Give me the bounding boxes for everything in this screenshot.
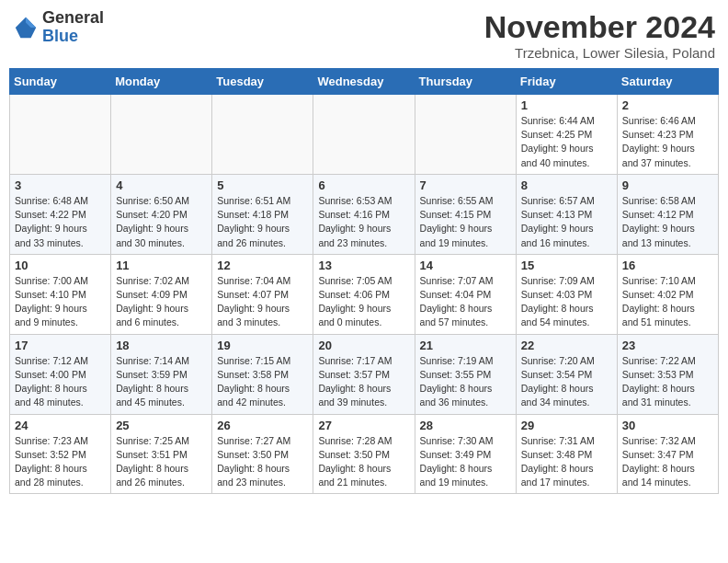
day-number: 30: [622, 419, 713, 432]
calendar-day-cell: [111, 95, 212, 175]
calendar-day-cell: 8Sunrise: 6:57 AMSunset: 4:13 PMDaylight…: [516, 174, 617, 254]
day-info: Sunrise: 7:19 AMSunset: 3:55 PMDaylight:…: [420, 354, 511, 410]
logo-icon: [13, 15, 39, 40]
logo: General Blue: [13, 9, 104, 46]
day-number: 25: [116, 419, 207, 432]
calendar-week-row: 1Sunrise: 6:44 AMSunset: 4:25 PMDaylight…: [10, 95, 719, 175]
day-number: 18: [116, 339, 207, 352]
day-number: 7: [420, 178, 511, 192]
calendar-day-cell: 23Sunrise: 7:22 AMSunset: 3:53 PMDayligh…: [617, 334, 718, 414]
calendar-week-row: 10Sunrise: 7:00 AMSunset: 4:10 PMDayligh…: [10, 254, 719, 334]
day-number: 19: [217, 339, 308, 352]
day-number: 21: [420, 339, 511, 352]
calendar-body: 1Sunrise: 6:44 AMSunset: 4:25 PMDaylight…: [10, 95, 719, 494]
calendar-day-cell: 9Sunrise: 6:58 AMSunset: 4:12 PMDaylight…: [617, 174, 718, 254]
day-number: 23: [622, 339, 713, 352]
calendar-day-cell: 17Sunrise: 7:12 AMSunset: 4:00 PMDayligh…: [10, 334, 111, 414]
day-info: Sunrise: 7:14 AMSunset: 3:59 PMDaylight:…: [116, 354, 207, 410]
calendar-day-cell: 2Sunrise: 6:46 AMSunset: 4:23 PMDaylight…: [617, 95, 718, 175]
day-number: 28: [420, 419, 511, 432]
day-info: Sunrise: 7:30 AMSunset: 3:49 PMDaylight:…: [420, 434, 511, 490]
day-info: Sunrise: 6:44 AMSunset: 4:25 PMDaylight:…: [521, 114, 612, 170]
calendar-day-cell: 27Sunrise: 7:28 AMSunset: 3:50 PMDayligh…: [313, 414, 415, 494]
day-info: Sunrise: 7:10 AMSunset: 4:02 PMDaylight:…: [622, 274, 713, 330]
day-number: 24: [15, 419, 106, 432]
calendar-header-row: SundayMondayTuesdayWednesdayThursdayFrid…: [10, 69, 719, 95]
calendar-day-cell: 18Sunrise: 7:14 AMSunset: 3:59 PMDayligh…: [111, 334, 212, 414]
calendar-week-row: 3Sunrise: 6:48 AMSunset: 4:22 PMDaylight…: [10, 174, 719, 254]
calendar-day-cell: 24Sunrise: 7:23 AMSunset: 3:52 PMDayligh…: [10, 414, 111, 494]
day-number: 6: [318, 178, 409, 192]
day-info: Sunrise: 7:28 AMSunset: 3:50 PMDaylight:…: [318, 434, 409, 490]
day-info: Sunrise: 6:58 AMSunset: 4:12 PMDaylight:…: [622, 194, 713, 250]
calendar-day-cell: 19Sunrise: 7:15 AMSunset: 3:58 PMDayligh…: [212, 334, 313, 414]
day-number: 17: [15, 339, 106, 352]
calendar-day-cell: 7Sunrise: 6:55 AMSunset: 4:15 PMDaylight…: [415, 174, 516, 254]
day-number: 3: [15, 178, 106, 192]
calendar-day-cell: [415, 95, 516, 175]
day-info: Sunrise: 7:17 AMSunset: 3:57 PMDaylight:…: [318, 354, 409, 410]
day-number: 27: [318, 419, 409, 432]
calendar-day-cell: 10Sunrise: 7:00 AMSunset: 4:10 PMDayligh…: [10, 254, 111, 334]
day-info: Sunrise: 6:55 AMSunset: 4:15 PMDaylight:…: [420, 194, 511, 250]
day-info: Sunrise: 7:09 AMSunset: 4:03 PMDaylight:…: [521, 274, 612, 330]
day-number: 5: [217, 178, 308, 192]
calendar-day-cell: [313, 95, 415, 175]
day-number: 26: [217, 419, 308, 432]
calendar-table: SundayMondayTuesdayWednesdayThursdayFrid…: [9, 68, 719, 494]
calendar-day-cell: 16Sunrise: 7:10 AMSunset: 4:02 PMDayligh…: [617, 254, 718, 334]
page-header: General Blue November 2024 Trzebnica, Lo…: [9, 9, 719, 61]
calendar-day-cell: 21Sunrise: 7:19 AMSunset: 3:55 PMDayligh…: [415, 334, 516, 414]
calendar-day-cell: 20Sunrise: 7:17 AMSunset: 3:57 PMDayligh…: [313, 334, 415, 414]
calendar-day-header: Friday: [516, 69, 617, 95]
day-info: Sunrise: 7:12 AMSunset: 4:00 PMDaylight:…: [15, 354, 106, 410]
calendar-day-cell: [10, 95, 111, 175]
calendar-day-header: Saturday: [617, 69, 718, 95]
calendar-day-cell: 1Sunrise: 6:44 AMSunset: 4:25 PMDaylight…: [516, 95, 617, 175]
day-info: Sunrise: 7:05 AMSunset: 4:06 PMDaylight:…: [318, 274, 409, 330]
day-info: Sunrise: 7:00 AMSunset: 4:10 PMDaylight:…: [15, 274, 106, 330]
day-info: Sunrise: 7:20 AMSunset: 3:54 PMDaylight:…: [521, 354, 612, 410]
calendar-day-cell: 12Sunrise: 7:04 AMSunset: 4:07 PMDayligh…: [212, 254, 313, 334]
day-number: 22: [521, 339, 612, 352]
day-number: 14: [420, 259, 511, 272]
day-number: 16: [622, 259, 713, 272]
day-info: Sunrise: 7:04 AMSunset: 4:07 PMDaylight:…: [217, 274, 308, 330]
day-info: Sunrise: 6:51 AMSunset: 4:18 PMDaylight:…: [217, 194, 308, 250]
month-title: November 2024: [484, 9, 715, 45]
day-info: Sunrise: 7:25 AMSunset: 3:51 PMDaylight:…: [116, 434, 207, 490]
calendar-day-header: Wednesday: [313, 69, 415, 95]
calendar-day-cell: 28Sunrise: 7:30 AMSunset: 3:49 PMDayligh…: [415, 414, 516, 494]
calendar-day-cell: 3Sunrise: 6:48 AMSunset: 4:22 PMDaylight…: [10, 174, 111, 254]
calendar-day-cell: 6Sunrise: 6:53 AMSunset: 4:16 PMDaylight…: [313, 174, 415, 254]
day-number: 10: [15, 259, 106, 272]
day-number: 2: [622, 98, 713, 112]
day-number: 9: [622, 178, 713, 192]
calendar-day-header: Tuesday: [212, 69, 313, 95]
calendar-week-row: 24Sunrise: 7:23 AMSunset: 3:52 PMDayligh…: [10, 414, 719, 494]
day-info: Sunrise: 7:02 AMSunset: 4:09 PMDaylight:…: [116, 274, 207, 330]
day-number: 13: [318, 259, 409, 272]
day-info: Sunrise: 7:27 AMSunset: 3:50 PMDaylight:…: [217, 434, 308, 490]
calendar-day-cell: 26Sunrise: 7:27 AMSunset: 3:50 PMDayligh…: [212, 414, 313, 494]
day-info: Sunrise: 6:57 AMSunset: 4:13 PMDaylight:…: [521, 194, 612, 250]
day-number: 20: [318, 339, 409, 352]
day-info: Sunrise: 6:48 AMSunset: 4:22 PMDaylight:…: [15, 194, 106, 250]
day-info: Sunrise: 7:32 AMSunset: 3:47 PMDaylight:…: [622, 434, 713, 490]
calendar-day-cell: [212, 95, 313, 175]
calendar-day-cell: 14Sunrise: 7:07 AMSunset: 4:04 PMDayligh…: [415, 254, 516, 334]
day-info: Sunrise: 7:07 AMSunset: 4:04 PMDaylight:…: [420, 274, 511, 330]
calendar-week-row: 17Sunrise: 7:12 AMSunset: 4:00 PMDayligh…: [10, 334, 719, 414]
day-info: Sunrise: 7:31 AMSunset: 3:48 PMDaylight:…: [521, 434, 612, 490]
day-info: Sunrise: 6:46 AMSunset: 4:23 PMDaylight:…: [622, 114, 713, 170]
day-number: 8: [521, 178, 612, 192]
calendar-day-cell: 30Sunrise: 7:32 AMSunset: 3:47 PMDayligh…: [617, 414, 718, 494]
day-info: Sunrise: 6:53 AMSunset: 4:16 PMDaylight:…: [318, 194, 409, 250]
calendar-day-cell: 25Sunrise: 7:25 AMSunset: 3:51 PMDayligh…: [111, 414, 212, 494]
calendar-day-header: Monday: [111, 69, 212, 95]
day-number: 15: [521, 259, 612, 272]
calendar-day-cell: 15Sunrise: 7:09 AMSunset: 4:03 PMDayligh…: [516, 254, 617, 334]
logo-text: General Blue: [42, 9, 104, 46]
calendar-day-cell: 11Sunrise: 7:02 AMSunset: 4:09 PMDayligh…: [111, 254, 212, 334]
day-number: 4: [116, 178, 207, 192]
